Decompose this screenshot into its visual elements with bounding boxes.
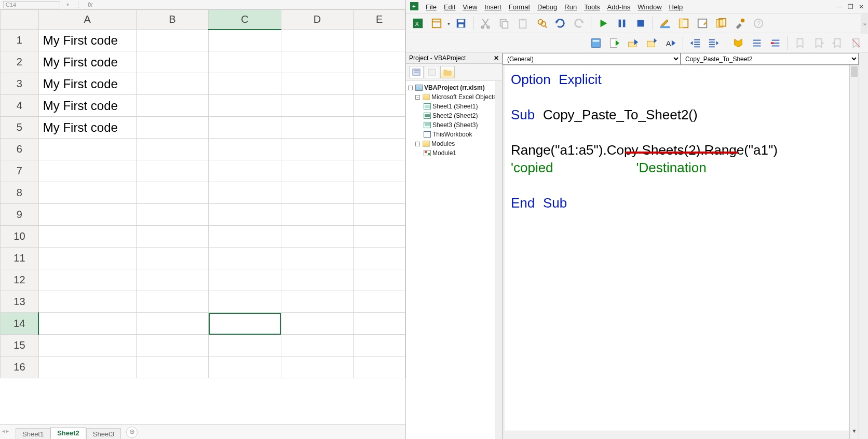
- row-header-11[interactable]: 11: [1, 248, 39, 269]
- row-header-2[interactable]: 2: [1, 51, 39, 73]
- dropdown-icon[interactable]: ▾: [66, 2, 69, 7]
- sheet-tab-sheet2[interactable]: Sheet2: [50, 427, 86, 439]
- menu-help[interactable]: Help: [669, 3, 683, 11]
- list-properties-icon[interactable]: [588, 35, 604, 51]
- menu-addins[interactable]: Add-Ins: [607, 3, 631, 11]
- menu-tools[interactable]: Tools: [584, 3, 600, 11]
- tree-sheet1[interactable]: Sheet1 (Sheet1): [432, 102, 478, 111]
- project-root[interactable]: VBAProject (rr.xlsm): [424, 83, 485, 92]
- name-box[interactable]: C14: [3, 1, 60, 8]
- tree-excel-objects[interactable]: Microsoft Excel Objects: [431, 92, 496, 102]
- code-scrollbar-horizontal[interactable]: [505, 431, 849, 439]
- bookmark-toggle-icon[interactable]: [792, 35, 808, 51]
- help-icon[interactable]: ?: [751, 16, 766, 31]
- cut-icon[interactable]: [478, 16, 493, 31]
- menu-edit[interactable]: Edit: [444, 3, 455, 11]
- toolbox-icon[interactable]: [732, 16, 748, 31]
- row-header-4[interactable]: 4: [1, 95, 39, 117]
- object-dropdown[interactable]: (General): [503, 53, 681, 65]
- row-header-13[interactable]: 13: [1, 291, 39, 313]
- row-header-7[interactable]: 7: [1, 160, 39, 182]
- run-icon[interactable]: [595, 16, 611, 31]
- col-header-E[interactable]: E: [354, 10, 405, 30]
- reset-icon[interactable]: [633, 16, 648, 31]
- project-tree[interactable]: -VBAProject (rr.xlsm) -Microsoft Excel O…: [406, 81, 502, 160]
- row-header-10[interactable]: 10: [1, 226, 39, 248]
- window-close-icon[interactable]: ✕: [859, 3, 864, 10]
- view-object-icon[interactable]: [425, 66, 439, 78]
- menu-file[interactable]: File: [426, 3, 437, 11]
- cell-C1[interactable]: [209, 30, 281, 51]
- procedure-dropdown[interactable]: Copy_Paste_To_Sheet2: [681, 53, 859, 65]
- sheet-tab-sheet3[interactable]: Sheet3: [86, 428, 121, 439]
- row-header-16[interactable]: 16: [1, 356, 39, 378]
- row-header-1[interactable]: 1: [1, 30, 39, 51]
- cell-B1[interactable]: [136, 30, 209, 51]
- outdent-icon[interactable]: [706, 35, 722, 51]
- project-pane-close-icon[interactable]: ✕: [494, 54, 499, 62]
- tree-thisworkbook[interactable]: ThisWorkbook: [432, 130, 472, 139]
- design-mode-icon[interactable]: [657, 16, 673, 31]
- indent-icon[interactable]: [687, 35, 703, 51]
- bookmark-next-icon[interactable]: [811, 35, 826, 51]
- expand-icon[interactable]: -: [415, 95, 420, 100]
- uncomment-block-icon[interactable]: [768, 35, 783, 51]
- tab-nav-arrows[interactable]: ◂ ▸: [2, 428, 9, 434]
- menu-run[interactable]: Run: [564, 3, 577, 11]
- bookmark-clear-icon[interactable]: [848, 35, 864, 51]
- paste-icon[interactable]: [515, 16, 531, 31]
- view-code-icon[interactable]: [409, 66, 424, 78]
- menu-format[interactable]: Format: [509, 3, 530, 11]
- object-browser-icon[interactable]: [713, 16, 729, 31]
- select-all-corner[interactable]: [1, 10, 39, 30]
- cell-A1[interactable]: My First code: [38, 30, 136, 51]
- comment-block-icon[interactable]: [749, 35, 765, 51]
- row-header-12[interactable]: 12: [1, 269, 39, 291]
- menu-debug[interactable]: Debug: [537, 3, 557, 11]
- expand-icon[interactable]: -: [415, 142, 420, 146]
- insert-module-icon[interactable]: [429, 16, 444, 31]
- dropdown-arrow-icon[interactable]: ▾: [447, 21, 450, 26]
- cell-A3[interactable]: My First code: [38, 73, 136, 95]
- toolbar-overflow-icon[interactable]: »: [861, 14, 868, 34]
- tree-sheet3[interactable]: Sheet3 (Sheet3): [432, 120, 478, 130]
- col-header-D[interactable]: D: [281, 10, 354, 30]
- row-header-14[interactable]: 14: [1, 313, 39, 335]
- sheet-tab-sheet1[interactable]: Sheet1: [16, 428, 50, 439]
- code-scrollbar-vertical[interactable]: ▲▼: [849, 65, 859, 439]
- col-header-A[interactable]: A: [38, 10, 136, 30]
- toggle-folders-icon[interactable]: [440, 66, 455, 78]
- cell-A2[interactable]: My First code: [38, 51, 136, 73]
- cell-A5[interactable]: My First code: [38, 117, 136, 139]
- cell-A4[interactable]: My First code: [38, 95, 136, 117]
- code-editor[interactable]: Option Explicit Sub Copy_Paste_To_Sheet2…: [503, 65, 859, 439]
- row-header-15[interactable]: 15: [1, 335, 39, 356]
- row-header-8[interactable]: 8: [1, 182, 39, 204]
- cell-C14-active[interactable]: [209, 313, 281, 335]
- window-restore-icon[interactable]: ❐: [848, 3, 853, 10]
- find-icon[interactable]: [534, 16, 549, 31]
- view-excel-icon[interactable]: X: [410, 16, 426, 31]
- cell-E1[interactable]: [354, 30, 405, 51]
- expand-icon[interactable]: -: [408, 86, 413, 90]
- row-header-6[interactable]: 6: [1, 139, 39, 160]
- tree-sheet2[interactable]: Sheet2 (Sheet2): [432, 111, 478, 120]
- redo-icon[interactable]: [571, 16, 587, 31]
- menu-view[interactable]: View: [463, 3, 477, 11]
- break-icon[interactable]: [614, 16, 630, 31]
- save-icon[interactable]: [453, 16, 469, 31]
- col-header-B[interactable]: B: [136, 10, 209, 30]
- col-header-C[interactable]: C: [209, 10, 281, 30]
- quick-info-icon[interactable]: [626, 35, 641, 51]
- undo-icon[interactable]: [552, 16, 568, 31]
- cell-D1[interactable]: [281, 30, 354, 51]
- outer-scrollbar[interactable]: [859, 53, 868, 439]
- add-sheet-button[interactable]: ⊕: [126, 427, 138, 438]
- row-header-3[interactable]: 3: [1, 73, 39, 95]
- project-explorer-icon[interactable]: [676, 16, 691, 31]
- list-constants-icon[interactable]: [607, 35, 622, 51]
- menu-window[interactable]: Window: [638, 3, 661, 11]
- copy-icon[interactable]: [496, 16, 512, 31]
- row-header-5[interactable]: 5: [1, 117, 39, 139]
- parameter-info-icon[interactable]: [644, 35, 660, 51]
